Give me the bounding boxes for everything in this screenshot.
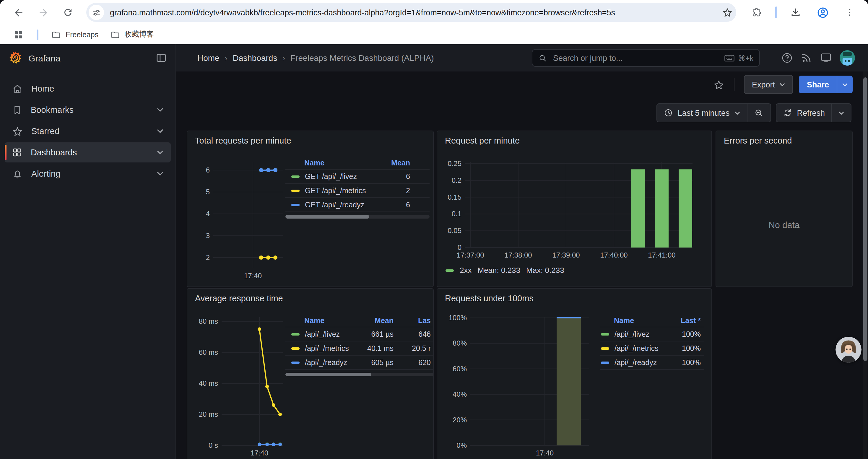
series-name[interactable]: /api/_/metrics: [305, 344, 361, 352]
legend-col-mean[interactable]: Mean: [375, 159, 430, 167]
sidebar-item-starred[interactable]: Starred: [5, 121, 171, 141]
refresh-button[interactable]: Refresh: [776, 104, 831, 122]
search-box[interactable]: ⌘+k: [532, 49, 760, 67]
zoom-out-button[interactable]: [747, 104, 770, 122]
news-rss-icon[interactable]: [801, 52, 812, 64]
browser-menu-icon[interactable]: [841, 4, 859, 21]
profile-icon[interactable]: [814, 4, 831, 21]
site-settings-icon[interactable]: [89, 5, 104, 20]
panel-title[interactable]: Errors per second: [724, 136, 792, 145]
apps-grid-icon[interactable]: [11, 27, 26, 42]
legend-col-name[interactable]: Name: [614, 317, 670, 325]
extensions-icon[interactable]: [748, 4, 766, 21]
user-avatar[interactable]: [840, 50, 855, 66]
sidebar-item-home[interactable]: Home: [5, 78, 171, 99]
panel-title[interactable]: Total requests per minute: [195, 136, 291, 145]
legend-row[interactable]: /api/_/metrics 100%: [600, 341, 704, 356]
breadcrumb-dashboards[interactable]: Dashboards: [232, 53, 277, 63]
series-name[interactable]: GET /api/_/metrics: [305, 186, 375, 195]
series-name[interactable]: /api/_/livez: [305, 330, 361, 338]
chevron-down-icon[interactable]: [157, 171, 164, 176]
series-name[interactable]: 2xx: [460, 266, 471, 275]
legend-scrollbar[interactable]: [285, 373, 433, 376]
breadcrumb-home[interactable]: Home: [197, 53, 219, 63]
page-scrollbar-thumb[interactable]: [863, 77, 867, 361]
downloads-icon[interactable]: [786, 4, 804, 21]
bookmark-folder-label: Freeleaps: [66, 30, 98, 39]
forward-icon[interactable]: [34, 4, 52, 21]
svg-text:17:40: 17:40: [536, 449, 554, 457]
page-scrollbar[interactable]: [863, 71, 867, 459]
svg-text:2: 2: [206, 254, 210, 261]
bookmark-folder-blogs[interactable]: 收藏博客: [104, 27, 160, 42]
legend-row[interactable]: GET /api/_/livez 6: [285, 169, 430, 184]
url-bar[interactable]: grafana.mathmast.com/d/deytv4rwavabkb/fr…: [86, 3, 736, 22]
panel-request-per-minute: Request per minute 0.250.20.150.10.05017…: [437, 131, 712, 287]
assistant-avatar[interactable]: [836, 337, 862, 363]
legend-row[interactable]: GET /api/_/readyz 6: [285, 198, 430, 212]
svg-text:17:41:00: 17:41:00: [648, 251, 675, 259]
reload-icon[interactable]: [59, 4, 77, 21]
bookmark-folder-freeleaps[interactable]: Freeleaps: [45, 28, 104, 42]
chevron-down-icon: [838, 111, 844, 115]
legend-col-name[interactable]: Name: [304, 317, 361, 325]
series-name[interactable]: /api/_/metrics: [615, 344, 670, 352]
chevron-down-icon: [734, 111, 740, 115]
grafana-logo[interactable]: [8, 51, 23, 65]
legend-col-mean[interactable]: Mean: [361, 317, 394, 325]
panel-title[interactable]: Average response time: [195, 294, 283, 303]
legend-row[interactable]: GET /api/_/metrics 2: [285, 184, 430, 198]
favorite-star-icon[interactable]: [713, 79, 725, 90]
requests-under-100ms-chart[interactable]: 100%80%60%40%20%0%17:40: [437, 289, 711, 459]
sidebar-item-alerting[interactable]: Alerting: [5, 164, 171, 184]
series-name[interactable]: GET /api/_/readyz: [305, 201, 375, 209]
series-chip: [291, 203, 300, 206]
chevron-down-icon: [780, 83, 785, 87]
legend-col-last[interactable]: Last *: [670, 317, 704, 325]
sidebar-item-bookmarks[interactable]: Bookmarks: [5, 100, 171, 120]
legend-col-name[interactable]: Name: [304, 159, 375, 167]
legend-header: Name Last *: [600, 315, 704, 327]
sidebar-item-dashboards[interactable]: Dashboards: [5, 142, 171, 162]
panel-title[interactable]: Requests under 100ms: [445, 294, 533, 303]
kiosk-monitor-icon[interactable]: [820, 52, 832, 64]
topnav-main-section: Home › Dashboards › Freeleaps Metrics Da…: [176, 44, 868, 71]
sidebar-item-label: Home: [31, 84, 54, 93]
request-per-minute-chart[interactable]: 0.250.20.150.10.05017:37:0017:38:0017:39…: [437, 131, 711, 287]
legend-row[interactable]: /api/_/metrics 40.1 ms 20.5 r: [285, 341, 433, 356]
series-name[interactable]: /api/_/livez: [615, 330, 670, 338]
series-name[interactable]: /api/_/readyz: [615, 358, 670, 366]
chevron-down-icon[interactable]: [157, 129, 164, 133]
legend-row[interactable]: /api/_/readyz 605 µs 620: [285, 356, 433, 370]
series-name[interactable]: GET /api/_/livez: [305, 172, 375, 181]
search-input[interactable]: [552, 53, 720, 63]
svg-text:40 ms: 40 ms: [199, 379, 218, 387]
svg-text:0.05: 0.05: [447, 227, 462, 234]
chevron-down-icon[interactable]: [157, 107, 164, 112]
chevron-down-icon[interactable]: [157, 150, 164, 155]
time-range-picker[interactable]: Last 5 minutes: [657, 104, 747, 122]
share-menu-button[interactable]: [837, 76, 852, 93]
export-button[interactable]: Export: [744, 75, 793, 94]
refresh-interval-button[interactable]: [831, 104, 851, 122]
series-mean: 40.1 ms: [361, 344, 394, 352]
legend-row[interactable]: /api/_/readyz 100%: [600, 356, 704, 370]
legend-table: Name Last * /api/_/livez 100% /api/_/met…: [600, 315, 704, 370]
legend-max: Max: 0.233: [526, 266, 564, 275]
folder-icon: [52, 30, 61, 39]
help-icon[interactable]: [781, 52, 793, 64]
shortcut-text: ⌘+k: [738, 54, 753, 62]
back-icon[interactable]: [9, 4, 27, 21]
dock-menu-icon[interactable]: [155, 52, 167, 64]
legend-row[interactable]: /api/_/livez 661 µs 646: [285, 327, 433, 341]
bookmark-star-icon[interactable]: [722, 7, 733, 18]
sidebar-item-label: Starred: [31, 126, 59, 136]
legend-col-last[interactable]: Las: [394, 317, 433, 325]
series-name[interactable]: /api/_/readyz: [305, 358, 361, 366]
panel-title[interactable]: Request per minute: [445, 136, 520, 145]
share-button[interactable]: Share: [799, 76, 837, 93]
breadcrumb-separator: ›: [282, 54, 285, 62]
subheader-divider: [734, 78, 735, 91]
legend-row[interactable]: /api/_/livez 100%: [600, 327, 704, 341]
legend-scrollbar[interactable]: [285, 215, 430, 219]
